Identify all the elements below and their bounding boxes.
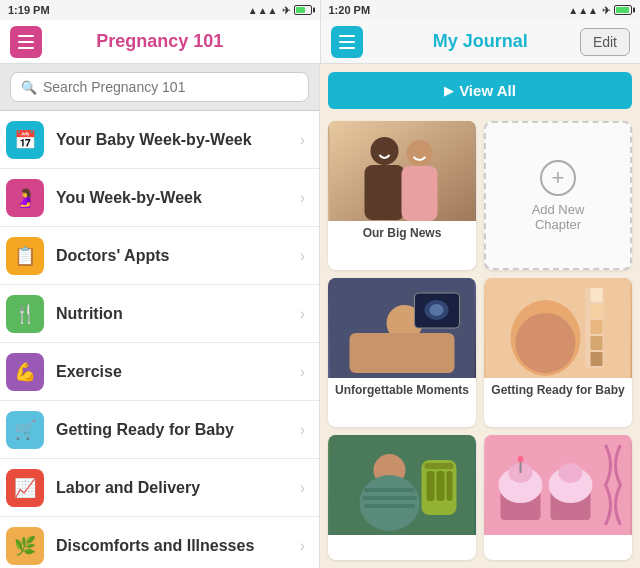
hamburger-right[interactable] (331, 26, 363, 58)
svg-rect-18 (591, 320, 603, 334)
chevron-icon-labor: › (300, 479, 319, 497)
menu-icon-doctors: 📋 (6, 237, 44, 275)
svg-point-11 (430, 304, 444, 316)
menu-item-week-baby[interactable]: 📅 Your Baby Week-by-Week › (0, 111, 319, 169)
svg-rect-17 (591, 304, 603, 318)
menu-item-labor[interactable]: 📈 Labor and Delivery › (0, 459, 319, 517)
plane-icon-right: ✈ (602, 5, 610, 16)
menu-label-week-you: You Week-by-Week (50, 189, 300, 207)
menu-icon-week-baby: 📅 (6, 121, 44, 159)
status-bar-left: 1:19 PM ▲▲▲ ✈ (0, 0, 320, 20)
menu-list: 📅 Your Baby Week-by-Week › 🤰 You Week-by… (0, 111, 319, 568)
journal-card-snacks[interactable] (328, 435, 476, 560)
journal-card-unforgettable[interactable]: Unforgettable Moments (328, 278, 476, 427)
view-all-button[interactable]: ▶ View All (328, 72, 632, 109)
chevron-icon-week-baby: › (300, 131, 319, 149)
menu-icon-box-doctors: 📋 (0, 227, 50, 285)
svg-point-14 (516, 313, 576, 373)
right-app-title: My Journal (433, 31, 528, 52)
search-bar: 🔍 (0, 64, 319, 111)
add-new-icon: + (540, 160, 576, 196)
chevron-icon-discomforts: › (300, 537, 319, 555)
hamburger-line (339, 41, 355, 43)
svg-rect-20 (591, 352, 603, 366)
left-app-title: Pregnancy 101 (96, 31, 223, 52)
menu-icon-nutrition: 🍴 (6, 295, 44, 333)
menu-label-discomforts: Discomforts and Illnesses (50, 537, 300, 555)
menu-item-week-you[interactable]: 🤰 You Week-by-Week › (0, 169, 319, 227)
menu-label-nutrition: Nutrition (50, 305, 300, 323)
left-panel: 🔍 📅 Your Baby Week-by-Week › 🤰 You Week-… (0, 64, 320, 568)
chevron-icon-week-you: › (300, 189, 319, 207)
chevron-icon-nutrition: › (300, 305, 319, 323)
svg-rect-29 (427, 471, 435, 501)
menu-label-week-baby: Your Baby Week-by-Week (50, 131, 300, 149)
journal-card-big-news[interactable]: Our Big News (328, 121, 476, 270)
journal-card-getting-ready[interactable]: Getting Ready for Baby (484, 278, 632, 427)
hamburger-line (18, 41, 34, 43)
menu-icon-box-week-baby: 📅 (0, 111, 50, 169)
menu-item-doctors[interactable]: 📋 Doctors' Appts › (0, 227, 319, 285)
app-bar-row: Pregnancy 101 My Journal Edit (0, 20, 640, 64)
search-icon: 🔍 (21, 80, 37, 95)
svg-rect-30 (437, 471, 445, 501)
menu-item-getting-ready[interactable]: 🛒 Getting Ready for Baby › (0, 401, 319, 459)
journal-grid: Our Big News + Add NewChapter Unforgetta… (320, 117, 640, 568)
chevron-icon-doctors: › (300, 247, 319, 265)
menu-label-doctors: Doctors' Appts (50, 247, 300, 265)
menu-item-discomforts[interactable]: 🌿 Discomforts and Illnesses › (0, 517, 319, 568)
svg-point-2 (371, 137, 399, 165)
signal-icon-right: ▲▲▲ (568, 5, 598, 16)
menu-label-labor: Labor and Delivery (50, 479, 300, 497)
time-left: 1:19 PM (8, 4, 50, 16)
menu-icon-discomforts: 🌿 (6, 527, 44, 565)
app-bar-right: My Journal Edit (320, 20, 641, 64)
hamburger-left[interactable] (10, 26, 42, 58)
svg-rect-8 (350, 333, 455, 373)
svg-rect-3 (365, 165, 405, 220)
menu-item-nutrition[interactable]: 🍴 Nutrition › (0, 285, 319, 343)
photo-snacks (328, 435, 476, 535)
battery-left (294, 5, 312, 15)
svg-rect-19 (591, 336, 603, 350)
photo-cupcakes (484, 435, 632, 535)
svg-rect-16 (591, 288, 603, 302)
menu-icon-week-you: 🤰 (6, 179, 44, 217)
menu-icon-box-labor: 📈 (0, 459, 50, 517)
svg-rect-5 (402, 166, 438, 221)
status-bar-row: 1:19 PM ▲▲▲ ✈ 1:20 PM ▲▲▲ ✈ (0, 0, 640, 20)
right-panel: ▶ View All Our B (320, 64, 640, 568)
status-icons-left: ▲▲▲ ✈ (248, 5, 312, 16)
journal-card-cupcakes[interactable] (484, 435, 632, 560)
svg-point-37 (518, 456, 524, 462)
hamburger-line (339, 47, 355, 49)
menu-icon-box-discomforts: 🌿 (0, 517, 50, 569)
menu-icon-labor: 📈 (6, 469, 44, 507)
battery-right (614, 5, 632, 15)
app-bar-left: Pregnancy 101 (0, 20, 320, 64)
chevron-icon-getting-ready: › (300, 421, 319, 439)
main-row: 🔍 📅 Your Baby Week-by-Week › 🤰 You Week-… (0, 64, 640, 568)
search-input[interactable] (43, 79, 298, 95)
menu-icon-getting-ready: 🛒 (6, 411, 44, 449)
view-all-label: View All (459, 82, 516, 99)
menu-icon-box-week-you: 🤰 (0, 169, 50, 227)
hamburger-line (339, 35, 355, 37)
menu-icon-exercise: 💪 (6, 353, 44, 391)
menu-item-exercise[interactable]: 💪 Exercise › (0, 343, 319, 401)
plane-icon-left: ✈ (282, 5, 290, 16)
svg-point-23 (360, 475, 420, 531)
hamburger-line (18, 47, 34, 49)
menu-icon-box-nutrition: 🍴 (0, 285, 50, 343)
status-bar-right: 1:20 PM ▲▲▲ ✈ (320, 0, 641, 20)
journal-card-add-new[interactable]: + Add NewChapter (484, 121, 632, 270)
time-right: 1:20 PM (329, 4, 371, 16)
card-caption-big-news: Our Big News (328, 221, 476, 245)
menu-icon-box-getting-ready: 🛒 (0, 401, 50, 459)
signal-icon-left: ▲▲▲ (248, 5, 278, 16)
search-input-wrap: 🔍 (10, 72, 309, 102)
svg-point-4 (407, 140, 433, 166)
card-caption-getting-ready: Getting Ready for Baby (484, 378, 632, 402)
photo-ultrasound (328, 278, 476, 378)
edit-button[interactable]: Edit (580, 28, 630, 56)
